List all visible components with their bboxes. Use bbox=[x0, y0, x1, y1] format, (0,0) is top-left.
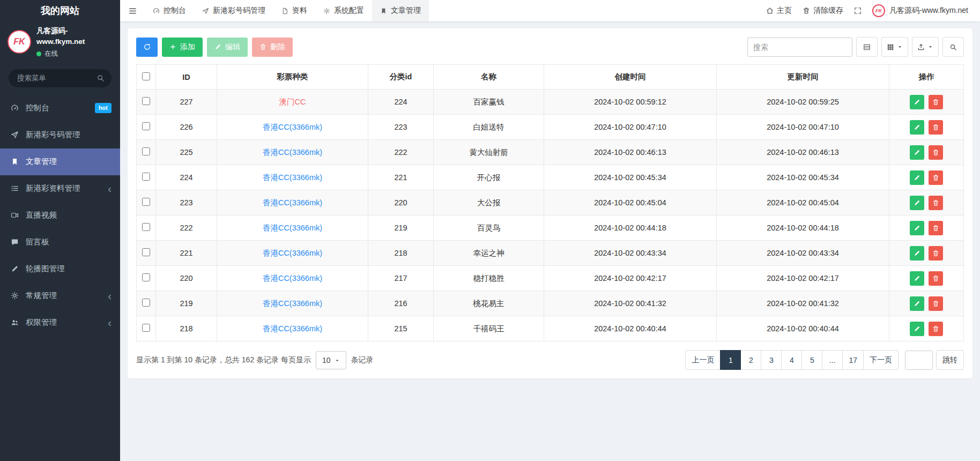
sidebar-item-general-settings[interactable]: 常规管理 ‹ bbox=[0, 282, 120, 309]
sidebar-item-dashboard[interactable]: 控制台 hot bbox=[0, 95, 120, 122]
col-header-actions: 操作 bbox=[889, 65, 964, 90]
table-search-input[interactable] bbox=[747, 38, 852, 57]
row-delete-button[interactable] bbox=[929, 246, 943, 261]
sidebar-item-permissions[interactable]: 权限管理 ‹ bbox=[0, 309, 120, 336]
tab-system-config[interactable]: 系统配置 bbox=[315, 0, 372, 21]
trash-icon bbox=[932, 325, 939, 332]
sidebar-toggle-button[interactable] bbox=[120, 0, 145, 21]
sidebar-item-lottery-numbers[interactable]: 新港彩号码管理 bbox=[0, 122, 120, 148]
row-checkbox[interactable] bbox=[142, 173, 150, 181]
row-edit-button[interactable] bbox=[910, 120, 924, 135]
lottery-type-link[interactable]: 香港CC(3366mk) bbox=[263, 249, 322, 257]
pencil-icon bbox=[914, 149, 920, 156]
row-checkbox[interactable] bbox=[142, 97, 150, 105]
home-link[interactable]: 主页 bbox=[766, 6, 792, 16]
row-delete-button[interactable] bbox=[929, 120, 943, 135]
row-edit-button[interactable] bbox=[910, 296, 924, 311]
lottery-type-link[interactable]: 香港CC(3366mk) bbox=[263, 299, 322, 308]
tab-dashboard[interactable]: 控制台 bbox=[145, 0, 194, 21]
trash-icon bbox=[932, 99, 939, 106]
row-checkbox[interactable] bbox=[142, 273, 150, 281]
row-checkbox[interactable] bbox=[142, 223, 150, 231]
export-button[interactable] bbox=[912, 37, 939, 57]
lottery-type-link[interactable]: 香港CC(3366mk) bbox=[263, 324, 322, 333]
lottery-type-link[interactable]: 香港CC(3366mk) bbox=[263, 198, 322, 207]
row-name: 稳打稳胜 bbox=[434, 266, 544, 291]
row-delete-button[interactable] bbox=[929, 145, 943, 160]
pencil-icon bbox=[914, 174, 920, 181]
user-brand-menu[interactable]: FK 凡客源码-www.fkym.net bbox=[872, 4, 968, 17]
row-edit-button[interactable] bbox=[910, 271, 924, 286]
pagination-page-5[interactable]: 5 bbox=[801, 350, 822, 370]
refresh-button[interactable] bbox=[136, 38, 158, 57]
row-created: 2024-10-02 00:41:32 bbox=[544, 291, 717, 316]
row-delete-button[interactable] bbox=[929, 221, 943, 235]
row-edit-button[interactable] bbox=[910, 170, 924, 185]
home-icon bbox=[766, 7, 774, 14]
row-checkbox[interactable] bbox=[142, 122, 150, 130]
page-jump-input[interactable] bbox=[905, 351, 933, 370]
pagination-page-1[interactable]: 1 bbox=[720, 350, 741, 370]
row-updated: 2024-10-02 00:46:13 bbox=[717, 140, 889, 165]
lottery-type-link[interactable]: 澳门CC bbox=[279, 98, 306, 106]
row-edit-button[interactable] bbox=[910, 246, 924, 261]
row-delete-button[interactable] bbox=[929, 271, 943, 286]
columns-button[interactable] bbox=[881, 37, 908, 57]
row-checkbox[interactable] bbox=[142, 147, 150, 155]
search-toggle-button[interactable] bbox=[942, 37, 964, 57]
trash-icon bbox=[932, 275, 939, 282]
lottery-type-link[interactable]: 香港CC(3366mk) bbox=[263, 274, 322, 282]
row-name: 黄大仙射箭 bbox=[434, 140, 544, 165]
page-jump-button[interactable]: 跳转 bbox=[936, 350, 964, 370]
tab-articles[interactable]: 文章管理 bbox=[372, 0, 429, 21]
sidebar-item-live-video[interactable]: 直播视频 bbox=[0, 202, 120, 229]
tab-lottery-numbers[interactable]: 新港彩号码管理 bbox=[194, 0, 273, 21]
row-edit-button[interactable] bbox=[910, 221, 924, 235]
row-name: 大公报 bbox=[434, 190, 544, 215]
edit-button[interactable]: 编辑 bbox=[207, 38, 248, 57]
sidebar-item-lottery-materials[interactable]: 新港彩资料管理 ‹ bbox=[0, 175, 120, 202]
row-id: 225 bbox=[156, 140, 217, 165]
toggle-view-button[interactable] bbox=[856, 37, 878, 57]
add-button[interactable]: 添加 bbox=[162, 38, 203, 57]
page-size-dropdown[interactable]: 10 bbox=[316, 351, 346, 369]
tab-materials[interactable]: 资料 bbox=[273, 0, 315, 21]
sidebar-item-articles[interactable]: 文章管理 bbox=[0, 148, 120, 175]
pagination-next[interactable]: 下一页 bbox=[863, 350, 899, 370]
hot-badge: hot bbox=[95, 103, 112, 113]
table-toolbar: 添加 编辑 删除 bbox=[136, 37, 964, 57]
lottery-type-link[interactable]: 香港CC(3366mk) bbox=[263, 224, 322, 232]
sidebar-item-carousel[interactable]: 轮播图管理 bbox=[0, 256, 120, 282]
row-checkbox[interactable] bbox=[142, 198, 150, 206]
pagination-page-17[interactable]: 17 bbox=[842, 350, 864, 370]
row-delete-button[interactable] bbox=[929, 196, 943, 210]
lottery-type-link[interactable]: 香港CC(3366mk) bbox=[263, 148, 322, 157]
row-checkbox[interactable] bbox=[142, 324, 150, 332]
pagination-page-3[interactable]: 3 bbox=[761, 350, 782, 370]
sidebar-item-message-board[interactable]: 留言板 bbox=[0, 229, 120, 256]
row-checkbox[interactable] bbox=[142, 248, 150, 256]
lottery-type-link[interactable]: 香港CC(3366mk) bbox=[263, 173, 322, 182]
row-delete-button[interactable] bbox=[929, 322, 943, 336]
pagination-page-4[interactable]: 4 bbox=[781, 350, 802, 370]
table-row: 220 香港CC(3366mk) 217 稳打稳胜 2024-10-02 00:… bbox=[137, 266, 964, 291]
row-delete-button[interactable] bbox=[929, 296, 943, 311]
row-delete-button[interactable] bbox=[929, 95, 943, 109]
pagination-prev[interactable]: 上一页 bbox=[685, 350, 721, 370]
clear-cache-link[interactable]: 清除缓存 bbox=[803, 6, 843, 16]
row-delete-button[interactable] bbox=[929, 170, 943, 185]
select-all-checkbox[interactable] bbox=[142, 72, 150, 80]
row-edit-button[interactable] bbox=[910, 196, 924, 210]
lottery-type-link[interactable]: 香港CC(3366mk) bbox=[263, 123, 322, 131]
row-edit-button[interactable] bbox=[910, 145, 924, 160]
caret-down-icon bbox=[927, 44, 933, 50]
row-checkbox[interactable] bbox=[142, 299, 150, 307]
chevron-left-icon: ‹ bbox=[108, 291, 112, 301]
fullscreen-button[interactable] bbox=[854, 7, 862, 14]
row-category-id: 219 bbox=[368, 215, 434, 241]
row-edit-button[interactable] bbox=[910, 95, 924, 109]
row-edit-button[interactable] bbox=[910, 322, 924, 336]
sidebar-menu-search bbox=[9, 69, 112, 87]
delete-button[interactable]: 删除 bbox=[252, 38, 293, 57]
pagination-page-2[interactable]: 2 bbox=[740, 350, 761, 370]
